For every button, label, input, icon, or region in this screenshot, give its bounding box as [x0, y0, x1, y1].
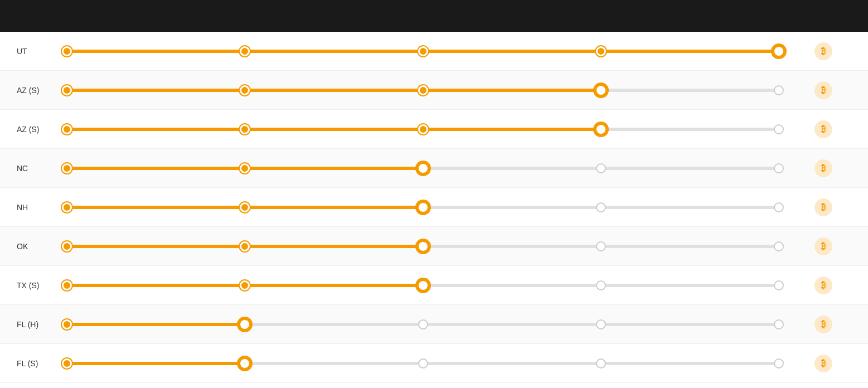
table-row[interactable]: FL (H)₿ [0, 305, 868, 344]
stages-area [67, 188, 779, 226]
stage-node-1[interactable] [240, 280, 250, 290]
stages-inner [67, 157, 779, 180]
state-label: UT [0, 47, 67, 56]
stage-node-3[interactable] [596, 163, 606, 173]
table-body: UT₿AZ (S)₿AZ (S)₿NC₿NH₿OK₿TX (S)₿FL (H)₿… [0, 32, 868, 383]
stage-node-0[interactable] [62, 280, 72, 290]
state-label: AZ (S) [0, 86, 67, 95]
stage-node-2[interactable] [418, 46, 428, 56]
stages-area [67, 344, 779, 382]
stages-area [67, 149, 779, 187]
stage-node-2[interactable] [418, 319, 428, 329]
stage-node-1[interactable] [239, 357, 251, 370]
table-row[interactable]: UT₿ [0, 32, 868, 71]
stage-node-4[interactable] [774, 85, 784, 95]
stages-inner [67, 313, 779, 336]
enacted-cell: ₿ [779, 198, 868, 216]
stage-node-3[interactable] [596, 202, 606, 212]
table-row[interactable]: AZ (S)₿ [0, 71, 868, 110]
bitcoin-icon[interactable]: ₿ [814, 81, 832, 99]
table-row[interactable]: AZ (S)₿ [0, 110, 868, 149]
stage-node-1[interactable] [240, 202, 250, 212]
stage-node-1[interactable] [239, 318, 251, 331]
stages-inner [67, 79, 779, 101]
stages-inner [67, 118, 779, 140]
stage-node-3[interactable] [595, 84, 607, 96]
stages-inner [67, 352, 779, 375]
stages-area [67, 305, 779, 343]
enacted-cell: ₿ [779, 316, 868, 333]
table-row[interactable]: NC₿ [0, 149, 868, 188]
stages-area [67, 110, 779, 148]
stage-node-0[interactable] [62, 241, 72, 251]
state-label: AZ (S) [0, 125, 67, 134]
state-label: NC [0, 164, 67, 173]
legislation-tracker: UT₿AZ (S)₿AZ (S)₿NC₿NH₿OK₿TX (S)₿FL (H)₿… [0, 0, 868, 383]
stage-node-2[interactable] [418, 358, 428, 368]
table-header [0, 0, 868, 32]
stages-inner [67, 196, 779, 219]
stage-node-4[interactable] [774, 280, 784, 290]
stages-area [67, 266, 779, 304]
stage-node-4[interactable] [774, 358, 784, 368]
stage-node-1[interactable] [240, 241, 250, 251]
bitcoin-icon[interactable]: ₿ [814, 159, 832, 177]
stages-area [67, 227, 779, 265]
stage-node-4[interactable] [774, 163, 784, 173]
stage-node-2[interactable] [417, 162, 429, 174]
table-row[interactable]: FL (S)₿ [0, 344, 868, 383]
enacted-cell: ₿ [779, 81, 868, 99]
state-label: OK [0, 242, 67, 251]
stage-node-0[interactable] [62, 163, 72, 173]
stages-area [67, 71, 779, 109]
stage-node-3[interactable] [596, 358, 606, 368]
table-row[interactable]: TX (S)₿ [0, 266, 868, 305]
enacted-cell: ₿ [779, 120, 868, 138]
bitcoin-icon[interactable]: ₿ [814, 42, 832, 60]
stage-node-0[interactable] [62, 202, 72, 212]
stages-inner [67, 40, 779, 62]
stage-node-4[interactable] [774, 202, 784, 212]
stage-node-0[interactable] [62, 85, 72, 95]
stage-node-2[interactable] [418, 124, 428, 134]
stage-node-1[interactable] [240, 46, 250, 56]
bitcoin-icon[interactable]: ₿ [814, 316, 832, 333]
stage-node-3[interactable] [596, 280, 606, 290]
stage-node-1[interactable] [240, 163, 250, 173]
enacted-cell: ₿ [779, 277, 868, 294]
enacted-cell: ₿ [779, 355, 868, 372]
stage-node-2[interactable] [417, 201, 429, 214]
track-fill [67, 128, 601, 131]
stage-node-3[interactable] [595, 123, 607, 135]
stage-node-0[interactable] [62, 124, 72, 134]
stages-area [67, 32, 779, 70]
stage-node-2[interactable] [417, 279, 429, 292]
stage-node-4[interactable] [774, 241, 784, 251]
state-label: TX (S) [0, 281, 67, 290]
stage-node-2[interactable] [417, 240, 429, 253]
enacted-cell: ₿ [779, 159, 868, 177]
bitcoin-icon[interactable]: ₿ [814, 198, 832, 216]
stage-node-3[interactable] [596, 241, 606, 251]
stage-node-1[interactable] [240, 124, 250, 134]
stage-node-3[interactable] [596, 46, 606, 56]
stage-node-3[interactable] [596, 319, 606, 329]
stage-node-4[interactable] [774, 319, 784, 329]
bitcoin-icon[interactable]: ₿ [814, 120, 832, 138]
table-row[interactable]: NH₿ [0, 188, 868, 227]
stage-node-1[interactable] [240, 85, 250, 95]
stage-node-0[interactable] [62, 358, 72, 368]
bitcoin-icon[interactable]: ₿ [814, 277, 832, 294]
stages-inner [67, 235, 779, 258]
stage-node-4[interactable] [773, 45, 785, 57]
track-fill [67, 323, 245, 326]
stage-node-0[interactable] [62, 319, 72, 329]
track-fill [67, 362, 245, 365]
stage-node-0[interactable] [62, 46, 72, 56]
stage-node-2[interactable] [418, 85, 428, 95]
bitcoin-icon[interactable]: ₿ [814, 355, 832, 372]
bitcoin-icon[interactable]: ₿ [814, 237, 832, 255]
state-label: FL (H) [0, 320, 67, 329]
table-row[interactable]: OK₿ [0, 227, 868, 266]
stage-node-4[interactable] [774, 124, 784, 134]
